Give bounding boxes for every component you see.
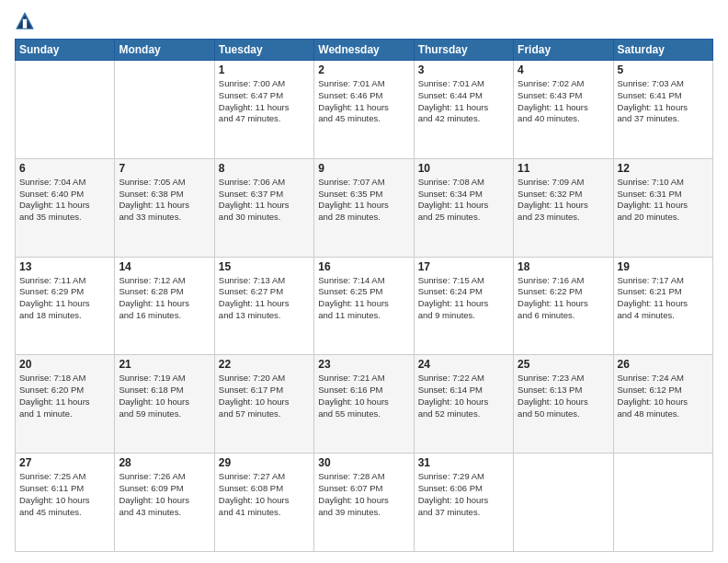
logo-icon [15,11,35,31]
cell-content: Sunrise: 7:24 AM Sunset: 6:12 PM Dayligh… [618,373,709,419]
calendar-week-row: 1Sunrise: 7:00 AM Sunset: 6:47 PM Daylig… [16,61,713,159]
day-number: 29 [219,456,310,469]
cell-content: Sunrise: 7:25 AM Sunset: 6:11 PM Dayligh… [19,471,110,518]
day-number: 9 [318,162,409,175]
day-number: 2 [318,63,409,76]
calendar-cell: 21Sunrise: 7:19 AM Sunset: 6:18 PM Dayli… [115,355,214,454]
calendar-cell [613,454,712,552]
cell-content: Sunrise: 7:17 AM Sunset: 6:21 PM Dayligh… [618,275,709,322]
calendar-cell: 10Sunrise: 7:08 AM Sunset: 6:34 PM Dayli… [414,158,513,257]
day-number: 1 [219,63,310,76]
day-number: 8 [219,162,310,175]
calendar-cell: 8Sunrise: 7:06 AM Sunset: 6:37 PM Daylig… [214,158,313,257]
day-of-week-header: Saturday [613,40,712,61]
calendar-cell: 2Sunrise: 7:01 AM Sunset: 6:46 PM Daylig… [314,61,414,159]
calendar-cell: 26Sunrise: 7:24 AM Sunset: 6:12 PM Dayli… [613,355,712,454]
cell-content: Sunrise: 7:02 AM Sunset: 6:43 PM Dayligh… [518,78,609,125]
day-number: 17 [418,260,509,273]
day-number: 30 [318,456,409,469]
calendar-cell: 29Sunrise: 7:27 AM Sunset: 6:08 PM Dayli… [214,454,313,552]
cell-content: Sunrise: 7:03 AM Sunset: 6:41 PM Dayligh… [618,78,709,125]
cell-content: Sunrise: 7:26 AM Sunset: 6:09 PM Dayligh… [119,471,210,518]
day-number: 18 [518,260,609,273]
day-number: 5 [618,63,709,76]
calendar-cell: 15Sunrise: 7:13 AM Sunset: 6:27 PM Dayli… [214,257,313,355]
cell-content: Sunrise: 7:14 AM Sunset: 6:25 PM Dayligh… [318,275,409,322]
calendar-cell: 27Sunrise: 7:25 AM Sunset: 6:11 PM Dayli… [16,454,115,552]
day-number: 10 [418,162,509,175]
header [15,11,713,31]
calendar-cell: 24Sunrise: 7:22 AM Sunset: 6:14 PM Dayli… [414,355,513,454]
calendar-cell [115,61,214,159]
calendar-cell: 16Sunrise: 7:14 AM Sunset: 6:25 PM Dayli… [314,257,414,355]
calendar-cell [16,61,115,159]
calendar-cell: 23Sunrise: 7:21 AM Sunset: 6:16 PM Dayli… [314,355,414,454]
calendar-week-row: 20Sunrise: 7:18 AM Sunset: 6:20 PM Dayli… [16,355,713,454]
cell-content: Sunrise: 7:06 AM Sunset: 6:37 PM Dayligh… [219,177,310,224]
svg-rect-2 [23,19,27,29]
cell-content: Sunrise: 7:05 AM Sunset: 6:38 PM Dayligh… [119,177,210,224]
calendar-cell: 31Sunrise: 7:29 AM Sunset: 6:06 PM Dayli… [414,454,513,552]
day-number: 27 [19,456,110,469]
cell-content: Sunrise: 7:16 AM Sunset: 6:22 PM Dayligh… [518,275,609,322]
calendar-cell: 22Sunrise: 7:20 AM Sunset: 6:17 PM Dayli… [214,355,313,454]
day-number: 25 [518,358,609,371]
day-of-week-header: Tuesday [214,40,313,61]
calendar-cell: 11Sunrise: 7:09 AM Sunset: 6:32 PM Dayli… [514,158,613,257]
day-of-week-header: Wednesday [314,40,414,61]
calendar-cell: 30Sunrise: 7:28 AM Sunset: 6:07 PM Dayli… [314,454,414,552]
day-number: 14 [119,260,210,273]
day-number: 22 [219,358,310,371]
calendar-cell: 7Sunrise: 7:05 AM Sunset: 6:38 PM Daylig… [115,158,214,257]
cell-content: Sunrise: 7:12 AM Sunset: 6:28 PM Dayligh… [119,275,210,322]
calendar-header-row: SundayMondayTuesdayWednesdayThursdayFrid… [16,40,713,61]
calendar-week-row: 13Sunrise: 7:11 AM Sunset: 6:29 PM Dayli… [16,257,713,355]
day-of-week-header: Monday [115,40,214,61]
cell-content: Sunrise: 7:22 AM Sunset: 6:14 PM Dayligh… [418,373,509,419]
calendar-cell: 5Sunrise: 7:03 AM Sunset: 6:41 PM Daylig… [613,61,712,159]
cell-content: Sunrise: 7:00 AM Sunset: 6:47 PM Dayligh… [219,78,310,125]
calendar-cell: 17Sunrise: 7:15 AM Sunset: 6:24 PM Dayli… [414,257,513,355]
day-of-week-header: Thursday [414,40,513,61]
page: SundayMondayTuesdayWednesdayThursdayFrid… [0,0,728,563]
cell-content: Sunrise: 7:07 AM Sunset: 6:35 PM Dayligh… [318,177,409,224]
day-number: 3 [418,63,509,76]
calendar-week-row: 6Sunrise: 7:04 AM Sunset: 6:40 PM Daylig… [16,158,713,257]
day-number: 26 [618,358,709,371]
cell-content: Sunrise: 7:29 AM Sunset: 6:06 PM Dayligh… [418,471,509,518]
logo [15,11,39,31]
calendar-cell: 6Sunrise: 7:04 AM Sunset: 6:40 PM Daylig… [16,158,115,257]
day-number: 4 [518,63,609,76]
cell-content: Sunrise: 7:15 AM Sunset: 6:24 PM Dayligh… [418,275,509,322]
calendar-cell: 25Sunrise: 7:23 AM Sunset: 6:13 PM Dayli… [514,355,613,454]
calendar-table: SundayMondayTuesdayWednesdayThursdayFrid… [15,39,713,552]
cell-content: Sunrise: 7:09 AM Sunset: 6:32 PM Dayligh… [518,177,609,224]
cell-content: Sunrise: 7:19 AM Sunset: 6:18 PM Dayligh… [119,373,210,419]
day-number: 20 [19,358,110,371]
calendar-cell: 3Sunrise: 7:01 AM Sunset: 6:44 PM Daylig… [414,61,513,159]
day-number: 24 [418,358,509,371]
cell-content: Sunrise: 7:23 AM Sunset: 6:13 PM Dayligh… [518,373,609,419]
calendar-cell: 4Sunrise: 7:02 AM Sunset: 6:43 PM Daylig… [514,61,613,159]
calendar-cell: 13Sunrise: 7:11 AM Sunset: 6:29 PM Dayli… [16,257,115,355]
calendar-cell: 14Sunrise: 7:12 AM Sunset: 6:28 PM Dayli… [115,257,214,355]
cell-content: Sunrise: 7:11 AM Sunset: 6:29 PM Dayligh… [19,275,110,322]
day-number: 7 [119,162,210,175]
day-number: 31 [418,456,509,469]
calendar-cell: 1Sunrise: 7:00 AM Sunset: 6:47 PM Daylig… [214,61,313,159]
cell-content: Sunrise: 7:27 AM Sunset: 6:08 PM Dayligh… [219,471,310,518]
day-number: 6 [19,162,110,175]
cell-content: Sunrise: 7:10 AM Sunset: 6:31 PM Dayligh… [618,177,709,224]
cell-content: Sunrise: 7:08 AM Sunset: 6:34 PM Dayligh… [418,177,509,224]
day-number: 15 [219,260,310,273]
cell-content: Sunrise: 7:20 AM Sunset: 6:17 PM Dayligh… [219,373,310,419]
cell-content: Sunrise: 7:28 AM Sunset: 6:07 PM Dayligh… [318,471,409,518]
calendar-cell: 20Sunrise: 7:18 AM Sunset: 6:20 PM Dayli… [16,355,115,454]
calendar-week-row: 27Sunrise: 7:25 AM Sunset: 6:11 PM Dayli… [16,454,713,552]
day-number: 19 [618,260,709,273]
day-of-week-header: Friday [514,40,613,61]
calendar-cell: 9Sunrise: 7:07 AM Sunset: 6:35 PM Daylig… [314,158,414,257]
day-number: 28 [119,456,210,469]
calendar-cell: 12Sunrise: 7:10 AM Sunset: 6:31 PM Dayli… [613,158,712,257]
day-number: 21 [119,358,210,371]
